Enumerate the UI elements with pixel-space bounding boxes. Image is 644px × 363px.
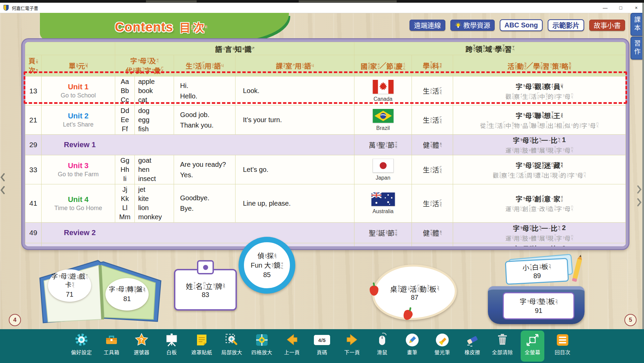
shelf-page-number: 85 [263,270,271,279]
svg-text:?: ? [140,337,143,343]
right-page-number-badge: 5 [624,314,637,326]
star-picker-icon: ? [134,333,149,347]
page-number: 21 [25,106,42,135]
abc-song-button[interactable]: ABC Song [500,19,543,31]
toc-row-unit-1[interactable]: 13 Unit 1 Go to School Aa Bb Cc apple bo… [25,76,626,106]
toc-row-review-2[interactable]: 49 Review 2 聖ㄕㄥˋ誕ㄉㄢˋ節ㄐㄧㄝˊ 健ㄐㄧㄢˋ體ㄊㄧˇ 字ㄗˋ母… [25,223,626,243]
classroom-expressions: Let’s go. [236,155,354,184]
prev-page-edge-arrows[interactable] [0,173,5,194]
shelf-item-name-stand[interactable]: 姓ㄒㄧㄥˋ名ㄇㄧㄥˊ立ㄌㄧˋ牌ㄆㄞˊ 83 [174,269,237,311]
remote-connect-button[interactable]: 遠端連線 [410,20,445,31]
canada-flag-icon [373,80,394,94]
trash-icon [495,333,510,347]
unit-letters: Gg Hh Ii [115,155,135,184]
close-button[interactable]: × [628,3,644,13]
toolbar-mouse[interactable]: 滑鼠 [370,332,394,363]
toc-list-icon [555,333,570,347]
country-name: Canada [354,96,412,102]
maximize-button[interactable]: □ [613,3,628,13]
lightbulb-icon [455,22,462,29]
demo-video-button[interactable]: 示範影片 [548,19,584,31]
basket-illustration: 小ㄒㄧㄠˇ白ㄅㄞˊ板ㄅㄢˇ 89 字ㄗˋ母ㄇㄨˇ墊ㄉㄧㄢˋ板ㄅㄢˇ 91 [487,256,588,323]
name-stand-clip-icon [197,260,214,274]
review-label: Review 1 [42,135,354,155]
tab-textbook[interactable]: 課本 [630,13,642,36]
story-book-button[interactable]: 故事小書 [589,20,625,31]
toc-row-unit-2[interactable]: 21 Unit 2 Let’s Share Dd Ee Ff dog egg f… [25,106,626,135]
toc-row-unit-3[interactable]: 33 Unit 3 Go to the Farm Gg Hh Ii goat h… [25,155,626,184]
country-name: Japan [354,175,412,181]
mouse-icon [375,333,390,347]
col-header-subject: 學ㄒㄩㄝˊ科ㄎㄜ [412,55,453,76]
radish-icon [370,286,378,296]
toolbar-quad-zoom[interactable]: 四格放大 [250,332,274,363]
holiday: 萬ㄨㄢˋ聖ㄕㄥˋ節ㄐㄧㄝˊ [354,135,412,155]
sticky-note-icon [194,333,209,347]
toolbar-pen[interactable]: 畫筆 [400,332,424,363]
toolbar-partial-zoom[interactable]: 局部放大 [220,332,244,363]
shelf-item-spinner[interactable]: 字ㄗˋ母ㄇㄨˇ轉ㄓㄨㄢˇ盤ㄆㄢˊ 81 [105,278,149,311]
ebook-app: 何嘉仁電子書 — □ × Contents 目ㄇㄨˋ次ㄘˋ 遠端連線 教學資源 … [0,0,644,363]
fullscreen-icon [525,333,540,347]
activity-desc: 從ㄘㄨㄥˊ生ㄕㄥ活ㄏㄨㄛˊ中ㄓㄨㄥ物ㄨˋ品ㄆㄧㄣˇ聯ㄌㄧㄢˊ想ㄒㄧㄤˇ出ㄔㄨ相ㄒ… [453,121,625,130]
col-header-country: 國ㄍㄨㄛˊ家ㄐㄧㄚ／節ㄐㄧㄝˊ慶ㄑㄧㄥˋ [354,55,412,76]
col-header-letters: 字ㄗˋ母ㄇㄨˇ及ㄐㄧˊ 代ㄉㄞˋ表ㄅㄧㄠˇ字ㄗˋ彙ㄏㄨㄟˋ [115,55,174,76]
toolbar-prev-page[interactable]: 上一頁 [280,332,304,363]
shelf-page-number: 71 [66,290,73,299]
country-name: Brazil [354,125,412,131]
chevron-right-icon [637,185,642,194]
toc-row-final-review[interactable]: 53 Final Review 世ㄕˋ界ㄐㄧㄝˋ地ㄉㄧˋ圖ㄊㄨˊ 健ㄐㄧㄢˋ體ㄊ… [25,243,626,249]
toolbar-next-page[interactable]: 下一頁 [340,332,364,363]
classroom-expressions: It’s your turn. [236,106,354,135]
subject: 健ㄐㄧㄢˋ體ㄊㄧˇ [412,243,453,249]
radish-icon [402,309,414,321]
teaching-resources-button[interactable]: 教學資源 [450,20,495,31]
shelf-page-number: 81 [123,294,131,303]
highlighter-icon [435,332,450,348]
activity-title: 字ㄗˋ母ㄇㄨˇ比ㄅㄧˇ一ㄧ比ㄅㄧˇ 1 [453,135,625,145]
toolbar-clear-all[interactable]: 全部清除 [491,332,514,363]
page-number: 33 [25,155,42,184]
toolbar-toolbox[interactable]: 工具箱 [100,332,123,363]
page-number: 41 [25,184,42,223]
subject: 生ㄕㄥ活ㄏㄨㄛˊ [412,155,453,184]
window-title: 何嘉仁電子書 [12,5,38,11]
subject: 健ㄐㄧㄢˋ體ㄊㄧˇ [412,135,453,155]
minimize-button[interactable]: — [597,3,613,13]
toolbar-back-to-contents[interactable]: 回目次 [551,332,574,363]
shelf-item-board-game[interactable]: 桌ㄓㄨㄛ遊ㄧㄡˊ活ㄏㄨㄛˊ動ㄉㄨㄥˋ板ㄅㄢˇ 87 [372,265,457,320]
japan-flag-icon [373,159,394,173]
shelf-item-game-cards[interactable]: 字ㄗˋ母ㄇㄨˇ遊ㄧㄡˊ戲ㄒㄧˋ卡ㄎㄚˇ 71 [48,269,91,302]
toc-column-header-row: 頁ㄧㄝˋ次ㄘˋ 單ㄉㄢ元ㄩㄢˊ 字ㄗˋ母ㄇㄨˇ及ㄐㄧˊ 代ㄉㄞˋ表ㄅㄧㄠˇ字ㄗˋ… [25,55,626,76]
toc-row-unit-4[interactable]: 41 Unit 4 Time to Go Home Jj Kk Ll Mm je… [25,184,626,223]
review-label: Review 2 [42,223,354,243]
toolbar-eraser[interactable]: 橡皮擦 [461,332,484,363]
toolbar-mask-sticker[interactable]: 遮罩貼紙 [190,332,214,363]
toolbar-page-number[interactable]: 4/5 頁碼 [310,332,334,363]
next-page-edge-arrows[interactable] [637,185,642,206]
shelf-page-number: 89 [533,271,541,280]
unit-title: Go to School [42,92,115,99]
unit-title: Go to the Farm [42,171,115,178]
subject: 生ㄕㄥ活ㄏㄨㄛˊ [412,106,453,135]
shelf-item-detective-magnifier[interactable]: 偵ㄓㄣ探ㄊㄢˋ Fun 大ㄉㄚˋ鏡ㄐㄧㄥˋ 85 [239,237,295,294]
unit-name: Unit 1 [42,83,115,91]
toolbar-preferences[interactable]: 偏好設定 [70,332,93,363]
australia-flag-icon [371,192,395,206]
unit-name: Unit 4 [42,195,115,204]
life-expressions: Hi. Hello. [174,76,236,106]
holiday: 世ㄕˋ界ㄐㄧㄝˋ地ㄉㄧˋ圖ㄊㄨˊ [354,243,412,249]
page-number: 29 [25,135,42,155]
shelf-item-mini-whiteboard[interactable]: 小ㄒㄧㄠˇ白ㄅㄞˊ板ㄅㄢˇ 89 [505,258,569,285]
toolbar-number-picker[interactable]: ? 選號器 [130,332,153,363]
toolbar-highlighter[interactable]: 螢光筆 [430,332,454,363]
toc-row-review-1[interactable]: 29 Review 1 萬ㄨㄢˋ聖ㄕㄥˋ節ㄐㄧㄝˊ 健ㄐㄧㄢˋ體ㄊㄧˇ 字ㄗˋ母… [25,135,626,155]
gear-icon [74,333,89,347]
toc-table: 語ㄩˇ言ㄧㄢˊ知ㄓ識ㄕˋ 跨ㄎㄨㄚˋ領ㄌㄧㄥˇ域ㄩˋ學ㄒㄩㄝˊ習ㄒㄧˊ 頁ㄧㄝˋ… [25,42,626,249]
tab-workbook[interactable]: 習作 [630,37,642,60]
life-expressions: Good job. Thank you. [174,106,236,135]
toolbar-fullscreen[interactable]: 全螢幕 [521,331,544,362]
shelf-item-letter-mat[interactable]: 字ㄗˋ母ㄇㄨˇ墊ㄉㄧㄢˋ板ㄅㄢˇ 91 [503,292,574,319]
unit-title: Let’s Share [42,121,115,128]
toolbar-whiteboard[interactable]: 白板 [160,332,183,363]
